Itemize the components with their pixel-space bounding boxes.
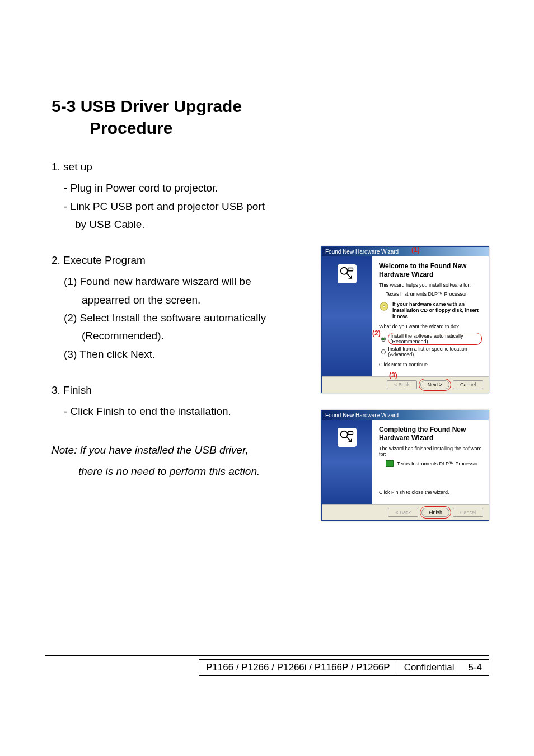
step-1-heading: 1. set up	[51, 158, 489, 176]
wizard-complete: Found New Hardware Wizard Completing the…	[321, 410, 489, 521]
step-1-item-2: - Link PC USB port and projector USB por…	[51, 198, 489, 216]
wizard-titlebar: Found New Hardware Wizard	[322, 247, 489, 256]
wizard-option-list[interactable]: Install from a list or specific location…	[381, 346, 482, 357]
step-1-item-2b: by USB Cable.	[51, 216, 489, 234]
screenshot-column: (1) Found New Hardware Wizard Welcome to…	[321, 246, 489, 538]
annotation-3: (3)	[389, 371, 397, 379]
next-button[interactable]: Next >	[420, 380, 449, 389]
back-button[interactable]: < Back	[388, 508, 418, 517]
chip-icon	[386, 460, 394, 467]
wizard-titlebar: Found New Hardware Wizard	[322, 410, 489, 420]
section-number: 5-3	[51, 95, 76, 117]
cd-icon	[379, 301, 389, 311]
radio-icon	[381, 349, 386, 354]
hardware-icon	[338, 264, 357, 283]
wizard-welcome: (1) Found New Hardware Wizard Welcome to…	[321, 246, 489, 393]
footer-models: P1166 / P1266 / P1266i / P1166P / P1266P	[199, 659, 397, 676]
radio-icon	[381, 337, 386, 342]
wizard-option-list-label: Install from a list or specific location…	[388, 346, 482, 357]
svg-rect-5	[348, 432, 353, 435]
cancel-button[interactable]: Cancel	[453, 380, 483, 389]
wizard-heading: Welcome to the Found New Hardware Wizard	[379, 262, 482, 279]
annotation-1: (1)	[411, 246, 420, 254]
section-heading: 5-3 USB Driver Upgrade Procedure	[51, 95, 489, 139]
svg-point-0	[341, 268, 348, 274]
annotation-2: (2)	[372, 329, 381, 337]
wizard-option-auto-label: Install the software automatically (Reco…	[388, 333, 482, 345]
wizard-sidebar	[322, 420, 372, 504]
svg-point-4	[341, 431, 348, 438]
svg-rect-1	[348, 268, 353, 271]
section-title-line1: USB Driver Upgrade	[81, 97, 242, 115]
wizard-option-auto[interactable]: Install the software automatically (Reco…	[381, 333, 482, 345]
footer: P1166 / P1266 / P1266i / P1166P / P1266P…	[45, 655, 489, 678]
back-button[interactable]: < Back	[387, 380, 417, 389]
wizard-continue-text: Click Finish to close the wizard.	[379, 489, 482, 495]
wizard-subtext: The wizard has finished installing the s…	[379, 446, 482, 457]
wizard-heading: Completing the Found New Hardware Wizard	[379, 426, 482, 442]
wizard-subtext: This wizard helps you install software f…	[379, 282, 482, 288]
wizard-continue-text: Click Next to continue.	[379, 362, 482, 367]
footer-page: 5-4	[461, 659, 489, 676]
footer-confidential: Confidential	[397, 659, 461, 676]
step-1-item-1: - Plug in Power cord to projector.	[51, 179, 489, 197]
wizard-sidebar	[322, 256, 372, 376]
svg-point-3	[383, 305, 385, 307]
wizard-device: Texas Instruments DLP™ Processor	[397, 461, 478, 466]
finish-button[interactable]: Finish	[421, 508, 449, 517]
wizard-question: What do you want the wizard to do?	[379, 324, 482, 329]
wizard-cd-text: If your hardware came with an installati…	[392, 301, 482, 319]
cancel-button[interactable]: Cancel	[453, 508, 483, 517]
section-title-line2: Procedure	[51, 117, 489, 139]
hardware-icon	[338, 428, 357, 447]
wizard-device: Texas Instruments DLP™ Processor	[379, 291, 482, 297]
